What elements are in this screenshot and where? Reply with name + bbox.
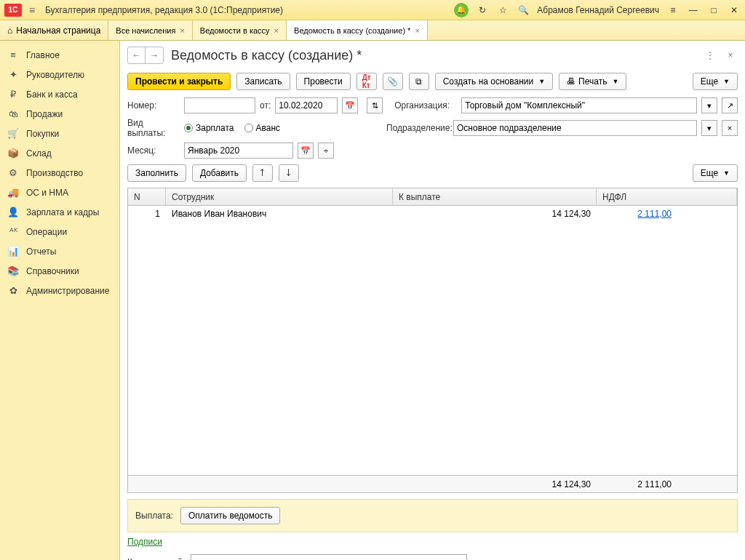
print-icon: 🖶	[567, 76, 575, 87]
back-button[interactable]: ←	[128, 47, 146, 63]
page-title: Ведомость в кассу (создание) *	[171, 48, 362, 63]
sidebar-item-label: Покупки	[26, 129, 59, 139]
purchases-icon: 🛒	[7, 128, 19, 139]
close-page-icon[interactable]: ×	[723, 48, 738, 63]
post-close-button[interactable]: Провести и закрыть	[127, 73, 231, 90]
tab-payrolls-cash[interactable]: Ведомости в кассу ×	[193, 20, 287, 40]
titlebar: 1C ≡ Бухгалтерия предприятия, редакция 3…	[0, 0, 745, 20]
col-to-pay[interactable]: К выплате	[393, 188, 597, 205]
reports-icon: 📊	[7, 246, 19, 257]
sidebar-item-label: Банк и касса	[26, 89, 78, 100]
month-input[interactable]	[184, 143, 293, 159]
sidebar-item-label: Администрирование	[26, 286, 109, 296]
calendar-icon[interactable]: 📅	[298, 143, 314, 159]
open-icon[interactable]: ↗	[722, 97, 738, 113]
print-button[interactable]: 🖶Печать▼	[559, 73, 626, 90]
chevron-down-icon: ▼	[538, 78, 545, 85]
calendar-icon[interactable]: 📅	[342, 97, 358, 113]
dt-kt-icon[interactable]: ДтКт	[356, 73, 377, 90]
dropdown-icon[interactable]: ▾	[701, 120, 717, 136]
close-window-icon[interactable]: ✕	[728, 5, 741, 15]
ndfl-link[interactable]: 2 111,00	[637, 209, 672, 219]
create-based-button[interactable]: Создать на основании▼	[435, 73, 553, 90]
app-logo-icon: 1C	[4, 4, 22, 17]
more-button[interactable]: Еще▼	[693, 73, 738, 90]
tab-label: Ведомость в кассу (создание) *	[294, 26, 410, 35]
star-icon[interactable]: ☆	[496, 5, 509, 15]
write-button[interactable]: Записать	[236, 73, 290, 90]
move-down-icon[interactable]: 🡓	[279, 164, 299, 182]
move-up-icon[interactable]: 🡑	[252, 164, 273, 182]
settings-icon[interactable]: ≡	[666, 5, 680, 15]
history-icon[interactable]: ↻	[476, 5, 489, 15]
close-icon[interactable]: ×	[274, 26, 279, 35]
close-icon[interactable]: ×	[415, 26, 419, 35]
col-employee[interactable]: Сотрудник	[166, 188, 393, 205]
minimize-icon[interactable]: —	[687, 5, 700, 15]
clear-icon[interactable]: ×	[722, 120, 738, 136]
sidebar-item-reports[interactable]: 📊Отчеты	[0, 241, 119, 261]
sidebar-item-production[interactable]: ⚙Производство	[0, 163, 119, 183]
radio-label: Зарплата	[196, 123, 234, 133]
radio-advance[interactable]: Аванс	[244, 123, 281, 133]
sidebar-item-bank[interactable]: ₽Банк и касса	[0, 84, 119, 104]
number-input[interactable]	[184, 97, 255, 113]
forward-button[interactable]: →	[146, 47, 163, 63]
tab-payroll-create[interactable]: Ведомость в кассу (создание) * ×	[287, 20, 428, 40]
home-tab[interactable]: ⌂ Начальная страница	[0, 20, 108, 40]
menu-dots-icon[interactable]: ⋮	[703, 48, 717, 63]
sidebar-item-operations[interactable]: ᴬᴷОперации	[0, 222, 119, 241]
sidebar-item-sales[interactable]: 🛍Продажи	[0, 104, 119, 124]
refs-icon: 📚	[7, 265, 19, 276]
spinner-icon[interactable]: ÷	[318, 143, 334, 159]
comment-input[interactable]	[191, 554, 467, 560]
more-label: Еще	[701, 76, 718, 87]
admin-icon: ✿	[7, 285, 19, 296]
tabs-row: ⌂ Начальная страница Все начисления × Ве…	[0, 20, 745, 41]
bell-icon[interactable]: 🔔	[454, 3, 469, 17]
radio-dot-icon	[244, 124, 253, 132]
sidebar-item-manager[interactable]: ✦Руководителю	[0, 65, 119, 84]
org-select[interactable]	[461, 97, 697, 113]
cell-n: 1	[128, 207, 166, 220]
sidebar-item-label: Склад	[26, 148, 52, 159]
add-button[interactable]: Добавить	[192, 164, 247, 182]
table-row[interactable]: 1 Иванов Иван Иванович 14 124,30 2 111,0…	[128, 206, 737, 222]
search-icon[interactable]: 🔍	[517, 5, 530, 15]
cell-employee: Иванов Иван Иванович	[166, 207, 393, 220]
settings-toggle-icon[interactable]: ⇅	[367, 97, 383, 113]
production-icon: ⚙	[7, 167, 19, 178]
sidebar-item-admin[interactable]: ✿Администрирование	[0, 281, 119, 300]
table-more-button[interactable]: Еще▼	[693, 164, 738, 182]
close-icon[interactable]: ×	[180, 26, 184, 35]
fill-button[interactable]: Заполнить	[127, 164, 186, 182]
col-ndfl[interactable]: НДФЛ	[597, 188, 737, 205]
app-title: Бухгалтерия предприятия, редакция 3.0 (1…	[45, 5, 283, 15]
paytype-label: Вид выплаты:	[127, 118, 180, 138]
pay-payroll-button[interactable]: Оплатить ведомость	[180, 507, 281, 524]
maximize-icon[interactable]: □	[707, 5, 720, 15]
sidebar-item-warehouse[interactable]: 📦Склад	[0, 143, 119, 163]
dropdown-icon[interactable]: ▾	[701, 97, 717, 113]
user-name[interactable]: Абрамов Геннадий Сергеевич	[537, 5, 659, 15]
sidebar-item-salary[interactable]: 👤Зарплата и кадры	[0, 202, 119, 222]
tab-label: Все начисления	[116, 26, 175, 35]
sidebar-item-main[interactable]: ≡Главное	[0, 45, 119, 65]
tab-all-accruals[interactable]: Все начисления ×	[108, 20, 193, 40]
col-n[interactable]: N	[128, 188, 166, 205]
sidebar-item-label: Зарплата и кадры	[26, 207, 99, 217]
hamburger-icon[interactable]: ≡	[25, 4, 39, 16]
sidebar-item-assets[interactable]: 🚚ОС и НМА	[0, 183, 119, 202]
sidebar-item-refs[interactable]: 📚Справочники	[0, 261, 119, 281]
attach-icon[interactable]: 📎	[383, 73, 403, 90]
home-tab-label: Начальная страница	[16, 25, 100, 36]
signatures-link[interactable]: Подписи	[120, 532, 745, 551]
radio-salary[interactable]: Зарплата	[184, 123, 234, 133]
date-input[interactable]	[275, 97, 338, 113]
from-label: от:	[260, 100, 271, 111]
copy-icon[interactable]: ⧉	[409, 73, 429, 90]
dept-select[interactable]	[453, 120, 697, 136]
sidebar-item-purchases[interactable]: 🛒Покупки	[0, 124, 119, 143]
post-button[interactable]: Провести	[296, 73, 351, 90]
manager-icon: ✦	[7, 69, 19, 80]
